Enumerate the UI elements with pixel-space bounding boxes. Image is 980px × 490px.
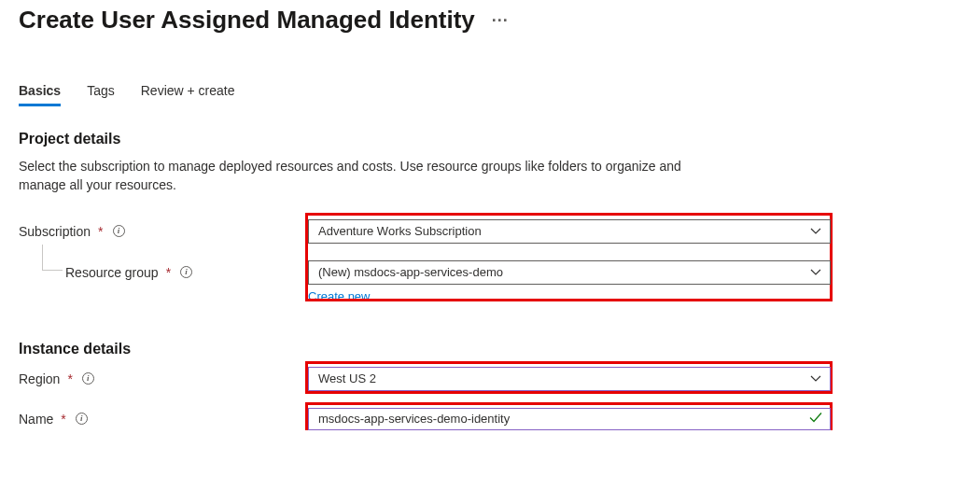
region-value: West US 2 [318, 371, 376, 385]
section-heading-instance-details: Instance details [19, 341, 961, 357]
info-icon[interactable]: i [113, 225, 125, 237]
name-label: Name [19, 412, 53, 427]
required-indicator: * [67, 371, 72, 386]
tree-connector [42, 245, 63, 271]
tab-review-create[interactable]: Review + create [141, 83, 235, 106]
subscription-value: Adventure Works Subscription [318, 224, 482, 238]
info-icon[interactable]: i [180, 266, 192, 278]
info-icon[interactable]: i [82, 372, 94, 385]
chevron-down-icon [810, 269, 821, 276]
tab-tags[interactable]: Tags [87, 83, 115, 106]
required-indicator: * [61, 412, 65, 427]
info-icon[interactable]: i [76, 413, 88, 425]
region-label: Region [19, 371, 60, 386]
check-icon [809, 412, 822, 426]
resource-group-label: Resource group [65, 265, 159, 280]
required-indicator: * [98, 224, 103, 239]
tab-basics[interactable]: Basics [19, 83, 61, 106]
name-value: msdocs-app-services-demo-identity [318, 412, 510, 426]
required-indicator: * [166, 265, 171, 280]
subscription-dropdown[interactable]: Adventure Works Subscription [308, 219, 831, 244]
resource-group-value: (New) msdocs-app-services-demo [318, 265, 503, 279]
chevron-down-icon [810, 228, 821, 235]
page-title: Create User Assigned Managed Identity [19, 6, 475, 35]
section-heading-project-details: Project details [19, 131, 961, 147]
more-actions-button[interactable]: ··· [492, 12, 509, 29]
subscription-label: Subscription [19, 224, 91, 239]
resource-group-dropdown[interactable]: (New) msdocs-app-services-demo [308, 260, 831, 285]
region-dropdown[interactable]: West US 2 [308, 367, 831, 391]
name-input[interactable]: msdocs-app-services-demo-identity [308, 408, 831, 430]
tab-strip: Basics Tags Review + create [19, 83, 961, 106]
section-description-project-details: Select the subscription to manage deploy… [19, 157, 691, 195]
chevron-down-icon [810, 375, 821, 383]
